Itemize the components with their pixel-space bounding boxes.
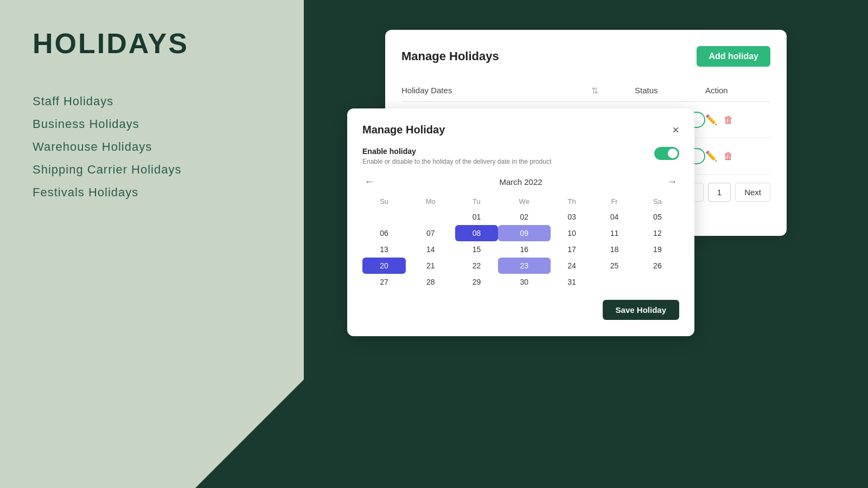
next-button[interactable]: Next (735, 183, 770, 202)
page-1-button[interactable]: 1 (708, 183, 731, 202)
calendar-day-2-2[interactable]: 15 (455, 241, 498, 258)
calendar-day-3-6[interactable]: 26 (636, 258, 679, 274)
calendar-week-0: 0102030405 (362, 209, 679, 225)
page-title: Holidays (33, 27, 271, 60)
calendar-day-1-1[interactable]: 07 (406, 225, 455, 241)
dialog-header: Manage Holiday × (362, 124, 679, 136)
calendar-day-0-4[interactable]: 03 (551, 209, 593, 225)
day-tu: Tu (455, 194, 498, 209)
enable-holiday-desc: Enable or disable to the holiday of the … (362, 158, 551, 165)
calendar-day-0-2[interactable]: 01 (455, 209, 498, 225)
calendar-week-1: 06070809101112 (362, 225, 679, 241)
calendar-day-2-5[interactable]: 18 (593, 241, 636, 258)
day-th: Th (551, 194, 593, 209)
row1-actions: ✏️ 🗑 (705, 114, 770, 126)
calendar-day-3-3[interactable]: 23 (498, 258, 551, 274)
calendar-day-2-3[interactable]: 16 (498, 241, 551, 258)
calendar-week-2: 13141516171819 (362, 241, 679, 258)
calendar-day-4-6 (636, 274, 679, 290)
table-header: Holiday Dates ⇅ Status Action (401, 80, 770, 102)
calendar-day-1-3[interactable]: 09 (498, 225, 551, 241)
row2-edit-icon[interactable]: ✏️ (705, 150, 717, 162)
calendar-day-4-1[interactable]: 28 (406, 274, 455, 290)
calendar-day-2-1[interactable]: 14 (406, 241, 455, 258)
day-we: We (498, 194, 551, 209)
next-month-button[interactable]: → (667, 176, 677, 188)
calendar-day-2-0[interactable]: 13 (362, 241, 406, 258)
nav-warehouse-holidays[interactable]: Warehouse Holidays (33, 138, 271, 156)
day-su: Su (362, 194, 406, 209)
calendar-day-0-1 (406, 209, 455, 225)
enable-holiday-row: Enable holiday Enable or disable to the … (362, 147, 679, 165)
card-header: Manage Holidays Add holiday (401, 46, 770, 67)
col-action: Action (705, 86, 770, 96)
dialog-title: Manage Holiday (362, 124, 445, 136)
calendar-day-3-0[interactable]: 20 (362, 258, 406, 274)
calendar-day-4-2[interactable]: 29 (455, 274, 498, 290)
day-mo: Mo (406, 194, 455, 209)
prev-month-button[interactable]: ← (365, 176, 374, 188)
col-status: Status (635, 86, 705, 96)
calendar-day-3-2[interactable]: 22 (455, 258, 498, 274)
calendar-day-3-5[interactable]: 25 (593, 258, 636, 274)
row2-actions: ✏️ 🗑 (705, 150, 770, 162)
calendar-body: 0102030405060708091011121314151617181920… (362, 209, 679, 290)
nav-staff-holidays[interactable]: Staff Holidays (33, 92, 271, 111)
row1-edit-icon[interactable]: ✏️ (705, 114, 717, 126)
calendar-day-4-5 (593, 274, 636, 290)
day-sa: Sa (636, 194, 679, 209)
calendar-day-1-4[interactable]: 10 (551, 225, 593, 241)
sort-icon: ⇅ (591, 86, 635, 96)
calendar-day-3-1[interactable]: 21 (406, 258, 455, 274)
calendar-day-0-3[interactable]: 02 (498, 209, 551, 225)
enable-holiday-label: Enable holiday (362, 147, 551, 156)
right-panel: Manage Holidays Add holiday Holiday Date… (304, 0, 868, 488)
nav-business-holidays[interactable]: Business Holidays (33, 115, 271, 133)
calendar-day-4-4[interactable]: 31 (551, 274, 593, 290)
nav-shipping-carrier-holidays[interactable]: Shipping Carrier Holidays (33, 160, 271, 179)
calendar-day-2-6[interactable]: 19 (636, 241, 679, 258)
calendar-day-1-6[interactable]: 12 (636, 225, 679, 241)
close-dialog-button[interactable]: × (672, 124, 679, 136)
row2-delete-icon[interactable]: 🗑 (724, 151, 733, 162)
calendar-day-0-6[interactable]: 05 (636, 209, 679, 225)
manage-holiday-dialog: Manage Holiday × Enable holiday Enable o… (347, 108, 694, 336)
calendar-day-1-5[interactable]: 11 (593, 225, 636, 241)
day-fr: Fr (593, 194, 636, 209)
calendar-week-4: 2728293031 (362, 274, 679, 290)
calendar-header-row: Su Mo Tu We Th Fr Sa (362, 194, 679, 209)
calendar-day-0-0 (362, 209, 406, 225)
col-holiday-dates: Holiday Dates (401, 86, 591, 96)
add-holiday-button[interactable]: Add holiday (697, 46, 770, 67)
left-panel: Holidays Staff Holidays Business Holiday… (0, 0, 304, 488)
nav-list: Staff Holidays Business Holidays Warehou… (33, 92, 271, 202)
calendar-day-0-5[interactable]: 04 (593, 209, 636, 225)
calendar-day-1-2[interactable]: 08 (455, 225, 498, 241)
calendar-day-4-0[interactable]: 27 (362, 274, 406, 290)
enable-holiday-toggle[interactable] (654, 147, 679, 160)
row1-delete-icon[interactable]: 🗑 (724, 114, 733, 126)
calendar-day-4-3[interactable]: 30 (498, 274, 551, 290)
calendar-month-label: March 2022 (499, 177, 542, 187)
manage-holidays-title: Manage Holidays (401, 49, 499, 63)
calendar-day-1-0[interactable]: 06 (362, 225, 406, 241)
dialog-footer: Save Holiday (362, 300, 679, 320)
calendar-day-2-4[interactable]: 17 (551, 241, 593, 258)
enable-holiday-labels: Enable holiday Enable or disable to the … (362, 147, 551, 165)
nav-festivals-holidays[interactable]: Festivals Holidays (33, 183, 271, 202)
calendar-nav: ← March 2022 → (362, 176, 679, 188)
calendar-week-3: 20212223242526 (362, 258, 679, 274)
save-holiday-button[interactable]: Save Holiday (603, 300, 679, 320)
calendar-grid: Su Mo Tu We Th Fr Sa 0102030405060708091… (362, 194, 679, 290)
calendar-day-3-4[interactable]: 24 (551, 258, 593, 274)
